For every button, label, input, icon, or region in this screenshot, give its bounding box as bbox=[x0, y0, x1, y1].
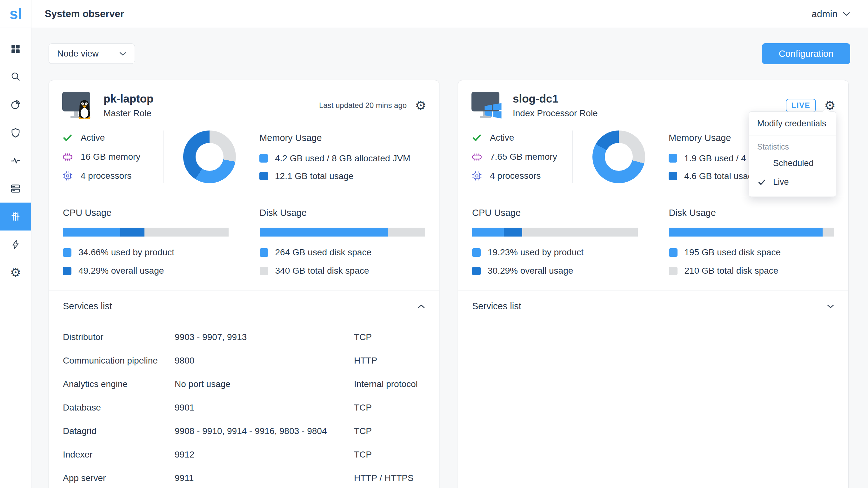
node-card-pk-laptop: pk-laptop Master Role Last updated 20 mi… bbox=[49, 80, 439, 488]
service-ports: 9903 - 9907, 9913 bbox=[175, 332, 354, 342]
legend-swatch bbox=[669, 267, 678, 275]
legend-item: 19.23% used by product bbox=[472, 247, 638, 257]
cpu-usage-block: CPU Usage 19.23% used by product 30.29% … bbox=[472, 208, 638, 276]
legend-swatch bbox=[259, 172, 268, 180]
menu-option-scheduled[interactable]: Scheduled bbox=[749, 154, 836, 173]
memory-usage-title: Memory Usage bbox=[259, 133, 410, 143]
service-protocol: TCP bbox=[354, 332, 425, 342]
cpu-chip-icon bbox=[471, 171, 482, 181]
menu-option-live[interactable]: Live bbox=[749, 173, 836, 191]
node-role: Index Processor Role bbox=[513, 108, 598, 118]
processors-row: 4 processors bbox=[62, 171, 163, 181]
menu-option-label: Live bbox=[773, 177, 789, 187]
sidebar-item-search[interactable] bbox=[0, 63, 31, 91]
menu-section-statistics: Statistics bbox=[749, 136, 836, 154]
service-protocol: HTTP bbox=[354, 356, 425, 366]
disk-legend: 195 GB used disk space 210 GB total disk… bbox=[669, 247, 835, 276]
services-list-toggle[interactable]: Services list bbox=[472, 301, 834, 311]
menu-item-modify-credentials[interactable]: Modify credentials bbox=[749, 112, 836, 135]
legend-label: 34.66% used by product bbox=[79, 247, 174, 257]
status-row: Active bbox=[62, 133, 163, 143]
service-protocol: TCP bbox=[354, 450, 425, 460]
sidebar-item-activity[interactable] bbox=[0, 147, 31, 175]
sidebar-item-settings[interactable]: ⚙ bbox=[0, 258, 31, 286]
chevron-down-icon bbox=[827, 304, 834, 309]
service-name: Database bbox=[63, 403, 175, 413]
sidebar-item-dashboard[interactable] bbox=[0, 35, 31, 63]
sidebar-item-security[interactable] bbox=[0, 119, 31, 147]
sidebar-item-servers[interactable] bbox=[0, 175, 31, 203]
windows-node-icon bbox=[471, 92, 502, 119]
processors-text: 4 processors bbox=[490, 171, 541, 181]
service-name: Communication pipeline bbox=[63, 356, 175, 366]
toolbar: Node view Configuration bbox=[49, 43, 850, 64]
sidebar-item-node-settings[interactable] bbox=[0, 203, 31, 231]
linux-node-icon bbox=[62, 92, 93, 119]
service-row: Datagrid9908 - 9910, 9914 - 9916, 9803 -… bbox=[63, 420, 425, 443]
node-stats: Active 16 GB memory bbox=[62, 133, 163, 181]
node-role: Master Role bbox=[103, 108, 153, 118]
node-cards: pk-laptop Master Role Last updated 20 mi… bbox=[49, 80, 850, 488]
memory-row: 16 GB memory bbox=[62, 152, 163, 162]
node-titles: pk-laptop Master Role bbox=[103, 92, 153, 118]
service-protocol: Internal protocol bbox=[354, 379, 425, 389]
service-row: App server9911HTTP / HTTPS bbox=[63, 466, 425, 488]
service-ports: No port usage bbox=[175, 379, 354, 389]
activity-pulse-icon bbox=[10, 155, 21, 166]
status-row: Active bbox=[471, 133, 572, 143]
legend-swatch bbox=[260, 267, 268, 275]
services-list-toggle[interactable]: Services list bbox=[63, 301, 425, 311]
service-ports: 9901 bbox=[175, 403, 354, 413]
cpu-chip-icon bbox=[62, 171, 73, 181]
view-select-value: Node view bbox=[57, 49, 99, 59]
services-section: Services list bbox=[458, 291, 848, 324]
linux-tux-icon bbox=[76, 99, 93, 119]
sidebar-item-actions[interactable] bbox=[0, 231, 31, 258]
legend-label: 340 GB total disk space bbox=[275, 266, 369, 276]
cpu-legend: 34.66% used by product 49.29% overall us… bbox=[63, 247, 228, 276]
disk-usage-title: Disk Usage bbox=[669, 208, 835, 218]
service-protocol: HTTP / HTTPS bbox=[354, 473, 425, 483]
cpu-usage-title: CPU Usage bbox=[63, 208, 228, 218]
pie-chart-icon bbox=[10, 99, 21, 110]
legend-swatch bbox=[259, 154, 268, 162]
legend-swatch bbox=[669, 172, 677, 180]
node-stats: Active 7.65 GB memory bbox=[471, 133, 572, 181]
disk-usage-block: Disk Usage 264 GB used disk space 340 GB… bbox=[260, 208, 426, 276]
legend-swatch bbox=[472, 267, 481, 275]
menu-option-label: Scheduled bbox=[773, 158, 814, 168]
processors-text: 4 processors bbox=[81, 171, 131, 181]
sidebar-item-analytics[interactable] bbox=[0, 91, 31, 119]
service-ports: 9911 bbox=[175, 473, 354, 483]
search-icon bbox=[10, 71, 21, 82]
user-menu[interactable]: admin bbox=[811, 8, 850, 19]
disk-usage-bar bbox=[260, 227, 426, 237]
status-text: Active bbox=[490, 133, 514, 143]
usage-section: CPU Usage 19.23% used by product 30.29% … bbox=[458, 196, 848, 291]
memory-usage-block: Memory Usage 4.2 GB used / 8 GB allocate… bbox=[259, 133, 410, 181]
usage-section: CPU Usage 34.66% used by product 49.29% … bbox=[49, 196, 439, 291]
menu-spacer bbox=[749, 191, 836, 196]
cpu-usage-title: CPU Usage bbox=[472, 208, 638, 218]
windows-logo-icon bbox=[484, 102, 502, 119]
legend-item: 34.66% used by product bbox=[63, 247, 228, 257]
configuration-button[interactable]: Configuration bbox=[762, 43, 850, 64]
disk-usage-block: Disk Usage 195 GB used disk space 210 GB… bbox=[669, 208, 835, 276]
legend-label: 195 GB used disk space bbox=[684, 247, 781, 257]
cpu-legend: 19.23% used by product 30.29% overall us… bbox=[472, 247, 638, 276]
sidebar-nav: ⚙ bbox=[0, 28, 31, 488]
dashboard-grid-icon bbox=[10, 43, 21, 54]
service-row: Indexer9912TCP bbox=[63, 443, 425, 466]
view-select[interactable]: Node view bbox=[49, 43, 135, 64]
services-section: Services list Distributor9903 - 9907, 99… bbox=[49, 291, 439, 488]
divider bbox=[163, 130, 163, 183]
user-menu-label: admin bbox=[811, 8, 838, 19]
node-identity: pk-laptop Master Role bbox=[62, 92, 153, 119]
node-settings-gear-icon[interactable]: ⚙ bbox=[415, 99, 426, 112]
cpu-usage-bar bbox=[63, 227, 228, 237]
processors-row: 4 processors bbox=[471, 171, 572, 181]
legend-swatch bbox=[63, 248, 71, 257]
legend-item: 49.29% overall usage bbox=[63, 266, 228, 276]
services-list-title: Services list bbox=[472, 301, 521, 311]
legend-swatch bbox=[63, 267, 71, 275]
